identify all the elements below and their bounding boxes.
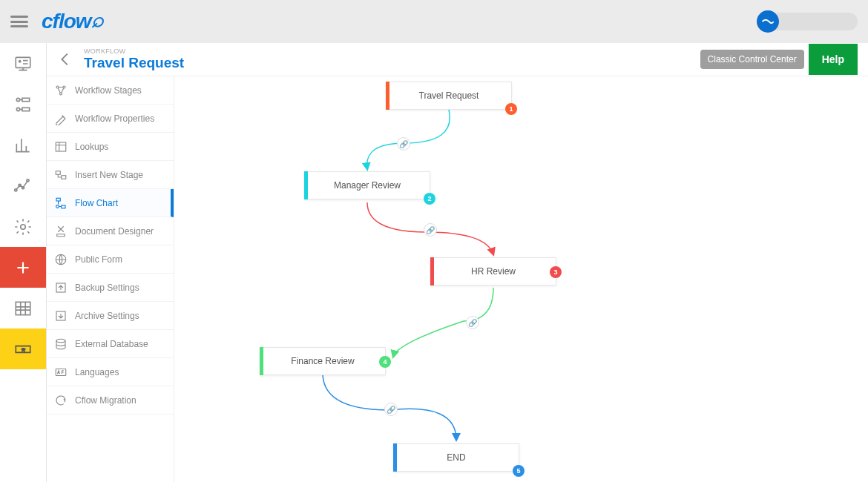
- archive-icon: [54, 309, 68, 323]
- settings-panel: Workflow Stages Workflow Properties Look…: [47, 76, 174, 482]
- rail-add[interactable]: [0, 247, 46, 288]
- node-label: END: [447, 452, 465, 463]
- rail-workflow[interactable]: [0, 84, 46, 125]
- svg-rect-18: [56, 198, 60, 201]
- user-menu[interactable]: [757, 10, 858, 33]
- svg-point-20: [56, 205, 59, 208]
- panel-archive-settings[interactable]: Archive Settings: [47, 302, 174, 330]
- svg-rect-5: [22, 108, 30, 110]
- svg-rect-16: [56, 171, 60, 174]
- panel-cflow-migration[interactable]: Cflow Migration: [47, 386, 174, 415]
- top-bar: cflow⌕: [0, 0, 868, 43]
- database-icon: [54, 337, 68, 351]
- svg-rect-0: [16, 57, 30, 67]
- link-handle[interactable]: 🔗: [424, 223, 437, 237]
- flow-node-finance-review[interactable]: Finance Review 4: [260, 347, 386, 375]
- node-badge: 4: [379, 356, 391, 368]
- panel-external-database[interactable]: External Database: [47, 330, 174, 358]
- panel-public-form[interactable]: Public Form: [47, 245, 174, 274]
- public-form-icon: [54, 253, 68, 266]
- hamburger-icon[interactable]: [10, 13, 28, 30]
- rail-settings[interactable]: [0, 206, 46, 247]
- flow-node-hr-review[interactable]: HR Review 3: [430, 257, 556, 285]
- node-badge: 1: [505, 103, 517, 115]
- insert-stage-icon: [54, 168, 68, 182]
- flow-node-end[interactable]: END 5: [393, 443, 519, 472]
- node-label: Travel Request: [419, 90, 479, 101]
- link-handle[interactable]: 🔗: [466, 316, 479, 329]
- svg-point-10: [21, 224, 26, 229]
- svg-point-2: [16, 98, 19, 101]
- svg-point-14: [60, 93, 62, 95]
- panel-lookups[interactable]: Lookups: [47, 133, 174, 161]
- lookups-icon: [54, 140, 68, 153]
- panel-workflow-stages[interactable]: Workflow Stages: [47, 76, 174, 105]
- node-badge: 5: [513, 465, 525, 477]
- node-label: HR Review: [471, 266, 516, 277]
- svg-rect-17: [62, 175, 66, 179]
- node-badge: 3: [550, 266, 562, 278]
- page-header: WORKFLOW Travel Request Classic Control …: [47, 43, 868, 76]
- panel-workflow-properties[interactable]: Workflow Properties: [47, 105, 174, 133]
- link-handle[interactable]: 🔗: [384, 403, 398, 416]
- rail-analytics[interactable]: [0, 165, 46, 206]
- help-button[interactable]: Help: [809, 44, 858, 75]
- document-designer-icon: [54, 225, 68, 238]
- rail-dashboard[interactable]: [0, 43, 46, 84]
- svg-rect-3: [22, 98, 30, 101]
- logo: cflow⌕: [42, 10, 103, 33]
- panel-backup-settings[interactable]: Backup Settings: [47, 274, 174, 302]
- node-label: Finance Review: [291, 356, 354, 366]
- link-handle[interactable]: 🔗: [397, 137, 410, 151]
- avatar-icon: [757, 10, 779, 33]
- rail-reports[interactable]: [0, 125, 46, 165]
- languages-icon: [54, 366, 68, 379]
- rail-ticket[interactable]: [0, 329, 46, 369]
- panel-flow-chart[interactable]: Flow Chart: [47, 189, 174, 217]
- flowchart-icon: [54, 197, 68, 210]
- svg-point-13: [63, 86, 65, 88]
- svg-point-12: [56, 86, 59, 88]
- node-label: Manager Review: [334, 180, 401, 191]
- svg-rect-19: [62, 205, 65, 208]
- flow-node-manager-review[interactable]: Manager Review 2: [304, 171, 430, 199]
- back-arrow-icon[interactable]: [57, 51, 73, 67]
- migration-icon: [54, 394, 68, 407]
- page-title: Travel Request: [84, 55, 184, 71]
- panel-document-designer[interactable]: Document Designer: [47, 217, 174, 245]
- panel-languages[interactable]: Languages: [47, 358, 174, 386]
- svg-point-4: [16, 108, 19, 110]
- svg-point-24: [56, 339, 65, 343]
- classic-control-button[interactable]: Classic Control Center: [700, 50, 804, 69]
- flow-node-travel-request[interactable]: Travel Request 1: [386, 82, 512, 110]
- left-rail: [0, 43, 47, 482]
- svg-rect-11: [16, 302, 30, 314]
- node-badge: 2: [424, 193, 435, 205]
- backup-icon: [54, 281, 68, 294]
- flow-canvas[interactable]: 🔗 🔗 🔗 🔗 Travel Request 1 Manager Review …: [174, 76, 868, 482]
- rail-table[interactable]: [0, 288, 46, 329]
- stages-icon: [54, 84, 68, 97]
- svg-rect-15: [56, 142, 66, 151]
- breadcrumb: WORKFLOW: [84, 47, 184, 55]
- svg-point-1: [19, 60, 21, 62]
- properties-icon: [54, 112, 68, 125]
- panel-insert-stage[interactable]: Insert New Stage: [47, 161, 174, 189]
- svg-rect-25: [56, 369, 66, 375]
